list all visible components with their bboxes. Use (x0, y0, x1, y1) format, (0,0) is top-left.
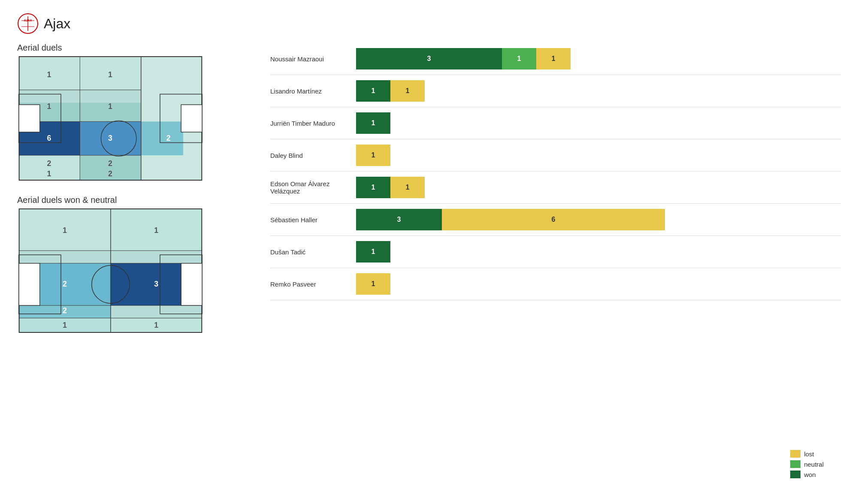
svg-text:3: 3 (108, 134, 112, 142)
bar-neutral: 1 (502, 48, 536, 69)
player-name: Noussair Mazraoui (270, 55, 356, 63)
svg-text:2: 2 (63, 306, 67, 315)
aerial-duels-won-title: Aerial duels won & neutral (17, 195, 245, 205)
player-row: Jurriën Timber Maduro1 (270, 107, 841, 139)
player-name: Dušan Tadić (270, 248, 356, 256)
svg-text:2: 2 (166, 134, 171, 142)
svg-rect-54 (181, 263, 202, 305)
svg-text:2: 2 (108, 169, 112, 178)
legend-won-label: won (804, 471, 816, 478)
legend-lost-label: lost (804, 450, 814, 458)
legend-item-neutral: neutral (790, 460, 824, 468)
player-row: Dušan Tadić1 (270, 236, 841, 268)
player-row: Daley Blind1 (270, 139, 841, 172)
svg-rect-24 (181, 105, 202, 132)
svg-text:2: 2 (47, 159, 51, 168)
player-name: Jurriën Timber Maduro (270, 120, 356, 127)
svg-text:1: 1 (47, 70, 51, 79)
aerial-duels-title: Aerial duels (17, 43, 245, 53)
player-row: Edson Omar Álvarez Velázquez11 (270, 172, 841, 204)
bar-won: 1 (356, 112, 390, 134)
pitch-section: Aerial duels (17, 43, 245, 335)
svg-text:1: 1 (108, 102, 112, 111)
bar-container: 1 (356, 112, 390, 134)
ajax-logo-icon: AJAX (17, 13, 39, 34)
legend-item-won: won (790, 471, 824, 478)
svg-text:1: 1 (63, 226, 67, 235)
bar-lost: 1 (390, 80, 425, 102)
bar-container: 1 (356, 241, 390, 263)
pitch-map-2: 1 1 2 3 2 1 1 (17, 208, 204, 333)
header: AJAX Ajax (17, 13, 841, 34)
players-section: Noussair Mazraoui311Lisandro Martínez11J… (270, 43, 841, 335)
svg-text:1: 1 (47, 169, 51, 178)
bar-won: 1 (356, 177, 390, 198)
svg-rect-22 (19, 105, 40, 132)
aerial-duels-won-pitch: 1 1 2 3 2 1 1 (17, 208, 245, 335)
players-container: Noussair Mazraoui311Lisandro Martínez11J… (270, 43, 841, 300)
bar-won: 3 (356, 48, 502, 69)
bar-container: 311 (356, 48, 571, 69)
legend-item-lost: lost (790, 450, 824, 458)
player-row: Noussair Mazraoui311 (270, 43, 841, 75)
player-name: Edson Omar Álvarez Velázquez (270, 180, 356, 195)
svg-rect-52 (19, 263, 40, 305)
svg-text:1: 1 (154, 226, 158, 235)
svg-text:1: 1 (108, 70, 112, 79)
svg-text:1: 1 (154, 321, 158, 329)
player-name: Sébastien Haller (270, 216, 356, 223)
bar-lost: 1 (356, 273, 390, 295)
bar-won: 1 (356, 241, 390, 263)
legend: lost neutral won (790, 450, 824, 478)
legend-won-color (790, 471, 801, 478)
bar-container: 1 (356, 273, 390, 295)
legend-lost-color (790, 450, 801, 458)
bar-lost: 6 (442, 209, 665, 230)
player-row: Remko Pasveer1 (270, 268, 841, 300)
aerial-duels-pitch: 1 1 1 1 6 3 2 2 (17, 56, 245, 182)
bar-container: 1 (356, 145, 390, 166)
aerial-duels-won-section: Aerial duels won & neutral (17, 195, 245, 335)
player-name: Daley Blind (270, 152, 356, 159)
svg-rect-11 (141, 121, 183, 155)
svg-text:2: 2 (108, 159, 112, 168)
bar-lost: 1 (356, 145, 390, 166)
svg-text:6: 6 (47, 134, 51, 142)
legend-neutral-color (790, 460, 801, 468)
bar-lost: 1 (536, 48, 571, 69)
svg-text:2: 2 (63, 280, 67, 288)
player-row: Lisandro Martínez11 (270, 75, 841, 107)
bar-container: 11 (356, 80, 425, 102)
svg-text:1: 1 (63, 321, 67, 329)
pitch-map-1: 1 1 1 1 6 3 2 2 (17, 56, 204, 181)
svg-text:1: 1 (47, 102, 51, 111)
bar-container: 11 (356, 177, 425, 198)
svg-text:3: 3 (154, 280, 158, 288)
bar-lost: 1 (390, 177, 425, 198)
bar-container: 36 (356, 209, 665, 230)
team-title: Ajax (44, 16, 70, 32)
player-name: Remko Pasveer (270, 281, 356, 288)
aerial-duels-section: Aerial duels (17, 43, 245, 182)
legend-neutral-label: neutral (804, 461, 824, 468)
bar-won: 3 (356, 209, 442, 230)
player-row: Sébastien Haller36 (270, 204, 841, 236)
bar-won: 1 (356, 80, 390, 102)
player-name: Lisandro Martínez (270, 88, 356, 95)
